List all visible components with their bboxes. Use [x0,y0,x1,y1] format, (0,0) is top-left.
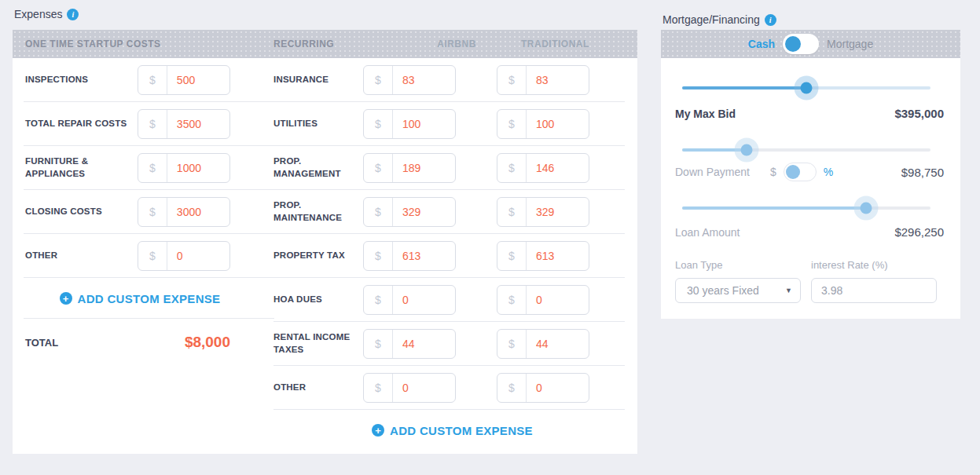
table-row: UTILITIES $ $ [267,102,637,146]
utilities-airbnb-value-field[interactable] [393,110,455,138]
expense-label: HOA DUES [267,294,355,306]
utilities-airbnb-input: $ [363,109,456,139]
total-row: TOTAL $8,000 [13,319,267,351]
cash-option-label[interactable]: Cash [748,38,775,50]
loan-amount-slider[interactable] [682,202,930,214]
dollar-sign: $ [138,242,167,270]
table-row: INSURANCE $ $ [267,58,637,102]
table-row: HOA DUES $ $ [267,278,637,322]
furniture-appliances-value-field[interactable] [167,154,229,182]
dollar-sign: $ [497,374,527,402]
dollar-sign: $ [138,198,167,226]
expenses-table-header: ONE TIME STARTUP COSTS RECURRING AIRBNB … [13,30,637,58]
dollar-sign: $ [497,110,527,138]
total-label: TOTAL [25,334,58,349]
hoa-dues-traditional-value-field[interactable] [527,286,589,314]
utilities-traditional-value-field[interactable] [527,110,589,138]
table-row: INSPECTIONS $ [13,58,267,102]
hoa-dues-airbnb-value-field[interactable] [393,286,455,314]
dollar-unit-label[interactable]: $ [770,166,776,178]
plus-circle-icon: + [372,424,384,437]
insurance-airbnb-value-field[interactable] [393,66,455,94]
property-tax-airbnb-input: $ [363,241,456,271]
column-header-airbnb: AIRBNB [409,38,504,49]
loan-amount-label: Loan Amount [675,226,740,239]
dollar-percent-toggle-group: $ % [770,163,833,181]
prop-maintenance-airbnb-value-field[interactable] [393,198,455,226]
cash-mortgage-toggle[interactable] [783,34,819,54]
info-icon[interactable]: i [765,14,776,26]
rental-income-taxes-airbnb-value-field[interactable] [393,330,455,358]
inspections-value-field[interactable] [167,66,229,94]
expenses-title-text: Expenses [14,8,62,20]
prop-maintenance-traditional-value-field[interactable] [527,198,589,226]
rental-income-taxes-traditional-value-field[interactable] [527,330,589,358]
plus-circle-icon: + [60,292,72,305]
prop-management-airbnb-value-field[interactable] [393,154,455,182]
percent-unit-label[interactable]: % [824,166,833,178]
slider-handle[interactable] [801,82,813,94]
slider-handle[interactable] [860,203,872,214]
repair-costs-input: $ [138,109,230,139]
prop-management-traditional-value-field[interactable] [527,154,589,182]
slider-handle[interactable] [741,144,753,156]
caret-down-icon: ▼ [785,287,792,294]
max-bid-row: My Max Bid $395,000 [674,107,947,120]
dollar-sign: $ [364,242,393,270]
prop-maintenance-traditional-input: $ [497,197,589,227]
startup-costs-column: INSPECTIONS $ TOTAL REPAIR COSTS $ FURNI… [13,58,267,451]
dollar-sign: $ [364,286,393,314]
toggle-knob [785,36,801,52]
slider-fill [682,86,806,90]
utilities-traditional-input: $ [497,109,589,139]
other-recurring-airbnb-input: $ [363,373,456,403]
repair-costs-value-field[interactable] [167,110,229,138]
add-custom-expense-label: ADD CUSTOM EXPENSE [78,292,221,305]
expense-label: UTILITIES [267,118,355,130]
expense-label: PROPERTY TAX [267,250,355,262]
expense-label: RENTAL INCOME TAXES [267,331,355,356]
inspections-input: $ [138,65,230,95]
dollar-sign: $ [497,330,527,358]
add-custom-expense-button[interactable]: + ADD CUSTOM EXPENSE [267,410,637,451]
insurance-traditional-value-field[interactable] [527,66,589,94]
expense-label: FURNITURE & APPLIANCES [25,155,138,180]
info-icon[interactable]: i [67,9,79,20]
mortgage-section-title: Mortgage/Financing i [663,13,776,26]
loan-type-label: Loan Type [675,259,801,271]
other-startup-value-field[interactable] [167,242,229,270]
expense-label: OTHER [25,250,138,262]
dollar-sign: $ [364,110,393,138]
mortgage-option-label[interactable]: Mortgage [827,38,873,50]
expense-label: TOTAL REPAIR COSTS [25,118,138,130]
recurring-costs-column: INSURANCE $ $ UTILITIES $ $ [267,58,637,451]
property-tax-airbnb-value-field[interactable] [393,242,455,270]
max-bid-value: $395,000 [894,107,944,120]
slider-fill [682,148,747,152]
other-recurring-airbnb-value-field[interactable] [393,374,455,402]
property-tax-traditional-value-field[interactable] [527,242,589,270]
table-row: OTHER $ $ [267,366,637,410]
dollar-sign: $ [138,154,167,182]
down-payment-slider[interactable] [682,144,930,156]
loan-type-select[interactable]: 30 years Fixed ▼ [675,278,801,303]
other-recurring-traditional-value-field[interactable] [527,374,589,402]
closing-costs-input: $ [138,197,230,227]
add-custom-expense-button[interactable]: + ADD CUSTOM EXPENSE [13,278,267,319]
interest-rate-input[interactable] [812,284,936,297]
max-bid-slider[interactable] [682,82,930,94]
closing-costs-value-field[interactable] [167,198,229,226]
prop-maintenance-airbnb-input: $ [363,197,456,227]
dollar-sign: $ [364,330,393,358]
property-tax-traditional-input: $ [497,241,589,271]
column-header-traditional: TRADITIONAL [504,38,637,49]
dollar-sign: $ [138,110,167,138]
table-row: PROP. MAINTENANCE $ $ [267,190,637,234]
dollar-sign: $ [138,66,167,94]
table-row: FURNITURE & APPLIANCES $ [13,146,267,190]
dollar-sign: $ [364,374,393,402]
dollar-percent-toggle[interactable] [784,163,817,181]
hoa-dues-traditional-input: $ [497,285,589,315]
expense-label: PROP. MANAGEMENT [267,155,355,180]
dollar-sign: $ [497,154,527,182]
